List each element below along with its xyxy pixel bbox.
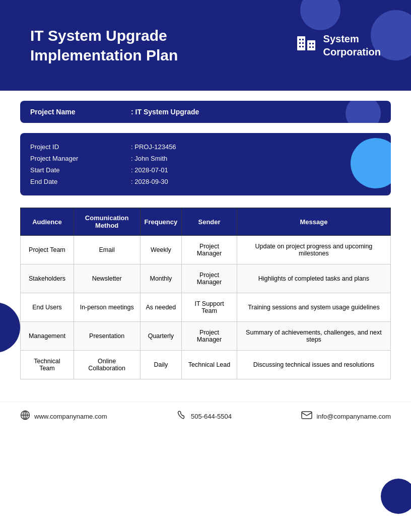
phone-icon: [177, 410, 187, 423]
col-audience: Audience: [21, 208, 74, 236]
cell-sender: Technical Lead: [182, 351, 237, 379]
cell-audience: Technical Team: [21, 351, 74, 379]
card-circle-decoration: [346, 101, 381, 123]
communication-table: Audience ComunicationMethod Frequency Se…: [20, 208, 391, 379]
cell-message: Training sessions and system usage guide…: [237, 293, 390, 322]
company-name: System Corporation: [323, 32, 381, 58]
page-footer: www.companyname.com 505-644-5504 info@co…: [0, 402, 411, 431]
cell-frequency: Weekly: [140, 236, 182, 264]
website-item: www.companyname.com: [20, 410, 107, 423]
svg-rect-11: [312, 46, 314, 48]
table-row: Technical TeamOnline CollaborationDailyT…: [21, 351, 391, 379]
cell-frequency: Quarterly: [140, 322, 182, 351]
col-sender: Sender: [182, 208, 237, 236]
globe-icon: [20, 410, 30, 423]
project-details-card: Project ID : PROJ-123456 Project Manager…: [20, 133, 391, 195]
table-row: End UsersIn-person meetingsAs neededIT S…: [21, 293, 391, 322]
svg-rect-7: [302, 46, 304, 47]
building-icon: [295, 32, 317, 59]
svg-rect-5: [302, 42, 304, 44]
svg-rect-9: [312, 43, 314, 44]
start-date-row: Start Date : 2028-07-01: [30, 164, 381, 176]
col-message: Message: [237, 208, 390, 236]
page-header: IT System Upgrade Implementation Plan Sy…: [0, 0, 411, 91]
end-date-label: End Date: [30, 178, 131, 185]
cell-audience: Management: [21, 322, 74, 351]
svg-rect-6: [299, 46, 301, 47]
project-name-row: Project Name : IT System Upgrade: [20, 101, 391, 123]
project-name-label: Project Name: [30, 108, 131, 116]
header-circle-top: [300, 0, 340, 30]
svg-rect-4: [299, 42, 301, 44]
table-row: StakeholdersNewsletterMonthlyProject Man…: [21, 264, 391, 293]
end-date-value: : 2028-09-30: [131, 178, 168, 185]
cell-message: Highlights of completed tasks and plans: [237, 264, 390, 293]
right-decoration-circle: [381, 479, 411, 514]
project-name-value: : IT System Upgrade: [131, 108, 199, 116]
project-id-value: : PROJ-123456: [131, 143, 176, 151]
start-date-value: : 2028-07-01: [131, 166, 168, 174]
cell-audience: Stakeholders: [21, 264, 74, 293]
project-manager-value: : John Smith: [131, 155, 167, 162]
project-id-row: Project ID : PROJ-123456: [30, 141, 381, 153]
cell-sender: Project Manager: [182, 264, 237, 293]
project-name-card: Project Name : IT System Upgrade: [20, 101, 391, 123]
svg-rect-10: [309, 46, 311, 48]
company-logo: System Corporation: [295, 32, 381, 59]
cell-sender: IT Support Team: [182, 293, 237, 322]
email-item: info@companyname.com: [301, 411, 391, 422]
main-content: Project Name : IT System Upgrade Project…: [0, 91, 411, 389]
cell-frequency: Monthly: [140, 264, 182, 293]
cell-audience: Project Team: [21, 236, 74, 264]
cell-method: In-person meetings: [74, 293, 140, 322]
cell-message: Summary of achievements, challenges, and…: [237, 322, 390, 351]
cell-method: Presentation: [74, 322, 140, 351]
cell-sender: Project Manager: [182, 322, 237, 351]
project-id-label: Project ID: [30, 143, 131, 151]
cell-audience: End Users: [21, 293, 74, 322]
phone-text: 505-644-5504: [191, 413, 232, 420]
table-row: ManagementPresentationQuarterlyProject M…: [21, 322, 391, 351]
end-date-row: End Date : 2028-09-30: [30, 176, 381, 187]
table-row: Project TeamEmailWeeklyProject ManagerUp…: [21, 236, 391, 264]
cell-method: Newsletter: [74, 264, 140, 293]
svg-rect-8: [309, 43, 311, 44]
page-title: IT System Upgrade Implementation Plan: [30, 26, 178, 65]
col-frequency: Frequency: [140, 208, 182, 236]
project-manager-label: Project Manager: [30, 155, 131, 162]
cell-sender: Project Manager: [182, 236, 237, 264]
cell-frequency: As needed: [140, 293, 182, 322]
email-text: info@companyname.com: [316, 413, 391, 420]
svg-rect-3: [302, 39, 304, 40]
cell-message: Discussing technical issues and resoluti…: [237, 351, 390, 379]
table-header-row: Audience ComunicationMethod Frequency Se…: [21, 208, 391, 236]
cell-method: Online Collaboration: [74, 351, 140, 379]
start-date-label: Start Date: [30, 166, 131, 174]
cell-method: Email: [74, 236, 140, 264]
svg-rect-0: [297, 36, 305, 50]
col-method: ComunicationMethod: [74, 208, 140, 236]
website-text: www.companyname.com: [34, 413, 107, 420]
project-manager-row: Project Manager : John Smith: [30, 153, 381, 164]
phone-item: 505-644-5504: [177, 410, 232, 423]
svg-rect-1: [307, 40, 315, 50]
svg-rect-16: [302, 412, 312, 419]
cell-frequency: Daily: [140, 351, 182, 379]
email-icon: [301, 411, 312, 422]
svg-rect-2: [299, 39, 301, 40]
cell-message: Update on project progress and upcoming …: [237, 236, 390, 264]
